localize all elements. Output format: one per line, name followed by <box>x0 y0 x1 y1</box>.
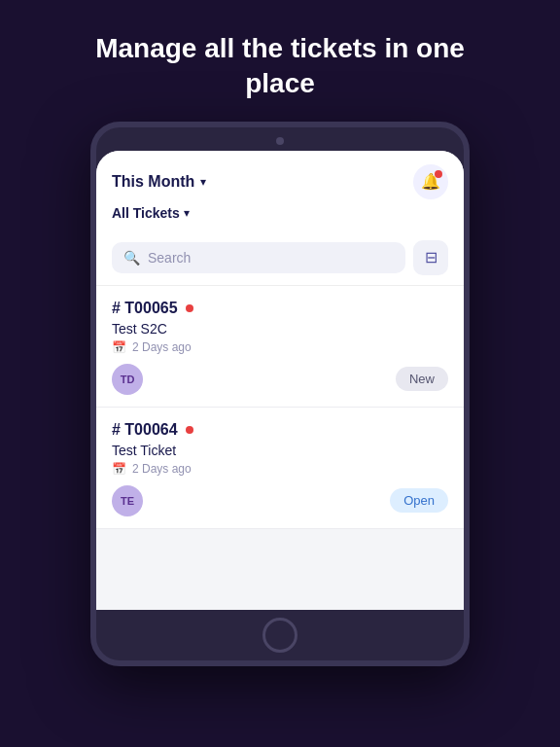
tablet-frame: This Month ▾ 🔔 All Tickets ▾ 🔍 Search ⊟ <box>90 122 470 666</box>
status-badge-1: New <box>396 367 448 391</box>
month-selector[interactable]: This Month ▾ <box>112 173 206 191</box>
ticket-footer-2: TE Open <box>112 485 448 516</box>
tablet-camera <box>276 137 284 145</box>
ticket-name-2: Test Ticket <box>112 443 448 458</box>
ticket-date-row-1: 📅 2 Days ago <box>112 340 448 354</box>
notification-button[interactable]: 🔔 <box>413 164 448 199</box>
ticket-id-2: # T00064 <box>112 421 178 439</box>
calendar-icon-1: 📅 <box>112 340 126 354</box>
status-badge-2: Open <box>390 488 448 513</box>
ticket-date-row-2: 📅 2 Days ago <box>112 462 448 476</box>
search-input-wrapper[interactable]: 🔍 Search <box>112 242 405 273</box>
search-placeholder: Search <box>148 250 191 266</box>
tablet-home-button[interactable] <box>262 618 298 653</box>
search-icon: 🔍 <box>123 250 140 266</box>
filter-button[interactable]: ⊟ <box>413 240 448 275</box>
tickets-chevron-down-icon: ▾ <box>184 206 190 220</box>
ticket-id-row-2: # T00064 <box>112 421 448 439</box>
page-headline: Manage all the tickets in one place <box>0 0 560 122</box>
ticket-id-row-1: # T00065 <box>112 300 448 317</box>
ticket-date-1: 2 Days ago <box>132 340 192 354</box>
search-bar: 🔍 Search ⊟ <box>96 231 464 286</box>
ticket-status-dot-2 <box>186 426 193 434</box>
ticket-status-dot-1 <box>186 304 193 312</box>
all-tickets-label: All Tickets <box>112 205 180 221</box>
avatar-2: TE <box>112 485 143 516</box>
all-tickets-filter[interactable]: All Tickets ▾ <box>112 205 448 221</box>
ticket-footer-1: TD New <box>112 364 448 395</box>
ticket-list: # T00065 Test S2C 📅 2 Days ago TD New # … <box>96 286 464 610</box>
header-top: This Month ▾ 🔔 <box>112 164 448 199</box>
ticket-card-1[interactable]: # T00065 Test S2C 📅 2 Days ago TD New <box>96 286 464 408</box>
ticket-card-2[interactable]: # T00064 Test Ticket 📅 2 Days ago TE Ope… <box>96 408 464 529</box>
ticket-date-2: 2 Days ago <box>132 462 192 476</box>
month-label: This Month <box>112 173 194 191</box>
calendar-icon-2: 📅 <box>112 462 126 476</box>
chevron-down-icon: ▾ <box>200 175 206 189</box>
tablet-screen: This Month ▾ 🔔 All Tickets ▾ 🔍 Search ⊟ <box>96 151 464 610</box>
notification-dot <box>435 170 442 178</box>
filter-icon: ⊟ <box>425 248 438 267</box>
screen-header: This Month ▾ 🔔 All Tickets ▾ <box>96 151 464 231</box>
ticket-id-1: # T00065 <box>112 300 178 317</box>
avatar-1: TD <box>112 364 143 395</box>
ticket-name-1: Test S2C <box>112 321 448 337</box>
